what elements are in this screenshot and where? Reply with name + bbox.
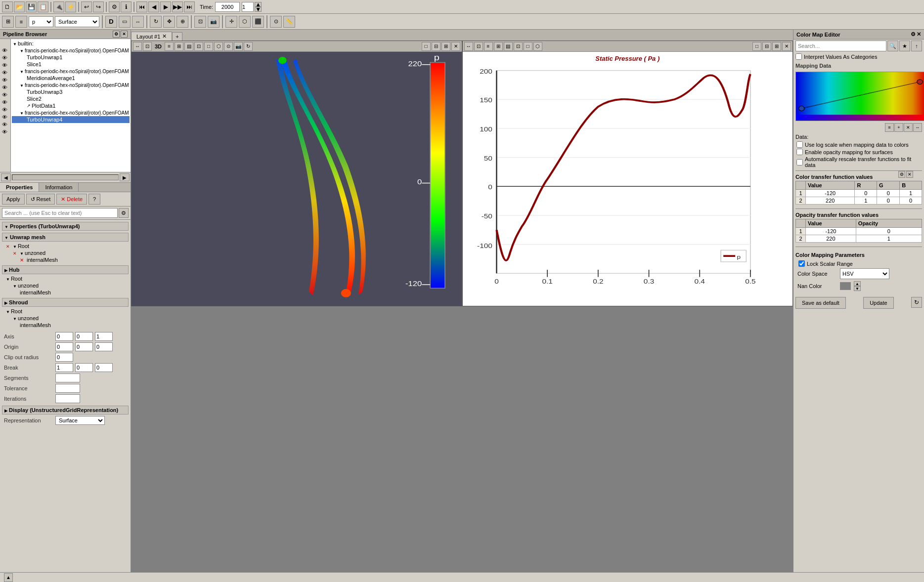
- ctt-r1-g[interactable]: 0: [877, 190, 900, 197]
- axis-z-input[interactable]: [95, 332, 113, 341]
- vp-br-b2[interactable]: ⊞: [494, 42, 503, 51]
- pan-icon[interactable]: ✥: [163, 16, 175, 28]
- undo-icon[interactable]: ↩: [81, 1, 92, 12]
- vp-bl-orient[interactable]: ↔: [133, 42, 142, 51]
- tree-slice1[interactable]: Slice1: [12, 61, 130, 68]
- vp-br-close[interactable]: ✕: [782, 42, 791, 51]
- nan-down-btn[interactable]: ▼: [854, 286, 861, 291]
- delete-button[interactable]: ✕ Delete: [56, 194, 87, 205]
- shroud-root-node[interactable]: Root: [5, 308, 129, 315]
- shroud-internalmesh-node[interactable]: internalMesh: [19, 322, 129, 329]
- break-x-input[interactable]: [55, 363, 73, 372]
- cme-search-btn[interactable]: 🔍: [887, 41, 898, 51]
- pipeline-settings-btn[interactable]: ⚙: [113, 31, 120, 38]
- save-file-icon[interactable]: 💾: [26, 1, 37, 12]
- cme-refresh-btn[interactable]: ↻: [911, 297, 922, 308]
- tab-information[interactable]: Information: [39, 183, 79, 192]
- tree-turbounwrap4[interactable]: TurboUnwrap4: [12, 116, 130, 123]
- unwrap-root-node[interactable]: Root: [5, 243, 129, 249]
- play-prev-icon[interactable]: ◀: [148, 1, 159, 12]
- vp-br-orient[interactable]: ↔: [464, 42, 473, 51]
- vp-bl-b5[interactable]: □: [204, 42, 213, 51]
- settings-icon[interactable]: ⚙: [109, 1, 120, 12]
- play-icon[interactable]: ▶: [160, 1, 171, 12]
- scroll-left-btn[interactable]: ◀: [1, 173, 11, 181]
- vp-br-b3[interactable]: ▤: [504, 42, 513, 51]
- ctt-r1-b[interactable]: 1: [900, 190, 922, 197]
- cme-search-input[interactable]: [795, 41, 886, 51]
- vis-btn-5[interactable]: 👁: [2, 77, 9, 84]
- break-y-input[interactable]: [75, 363, 93, 372]
- vis-btn-10[interactable]: 👁: [2, 114, 9, 121]
- vp-bl-split-v[interactable]: ⊞: [441, 42, 450, 51]
- tree-foam-2[interactable]: francis-periodic-hex-noSpiral{rotor}.Ope…: [12, 68, 130, 75]
- ctt-r1-value[interactable]: -120: [806, 190, 855, 197]
- layout-tab-close[interactable]: ✕: [162, 33, 167, 40]
- vis-btn-2[interactable]: 👁: [2, 55, 9, 62]
- unwrap-internalmesh-node[interactable]: ✕ internalMesh: [19, 256, 129, 263]
- ctt-r1-r[interactable]: 0: [855, 190, 877, 197]
- update-button[interactable]: Update: [863, 297, 893, 309]
- open-file-icon[interactable]: 📂: [14, 1, 25, 12]
- pipeline-scrollbar[interactable]: [12, 174, 119, 180]
- unwrap-mesh-header[interactable]: Unwrap mesh: [2, 233, 129, 242]
- time-step-down[interactable]: ▼: [255, 7, 262, 12]
- zoom-icon[interactable]: ⊕: [176, 16, 188, 28]
- vp-br-reset[interactable]: ⊡: [474, 42, 483, 51]
- auto-rescale-checkbox[interactable]: [796, 159, 803, 166]
- tree-foam-1[interactable]: francis-periodic-hex-noSpiral{rotor}.Ope…: [12, 47, 130, 54]
- center-icon[interactable]: ⊙: [270, 16, 282, 28]
- origin-y-input[interactable]: [75, 342, 93, 351]
- grad-btn-3[interactable]: ✕: [904, 123, 913, 132]
- measure-icon[interactable]: 📏: [283, 16, 295, 28]
- shroud-unzoned-node[interactable]: unzoned: [12, 315, 129, 322]
- connect-icon[interactable]: 🔌: [53, 1, 64, 12]
- unwrap-unzoned-node[interactable]: unzoned: [12, 249, 129, 256]
- representation-dropdown[interactable]: Surface Wireframe Points Volume: [55, 16, 99, 27]
- new-file-icon[interactable]: 🗋: [2, 1, 13, 12]
- cme-fav-btn[interactable]: ★: [899, 41, 910, 51]
- origin-x-input[interactable]: [55, 342, 73, 351]
- reset-button[interactable]: ↺ Reset: [26, 194, 55, 205]
- axis-y-input[interactable]: [75, 332, 93, 341]
- vp-bl-reset[interactable]: ⊡: [143, 42, 152, 51]
- clip-radius-input[interactable]: [55, 353, 73, 362]
- segments-input[interactable]: 100: [55, 374, 80, 382]
- vp-br-b5[interactable]: □: [524, 42, 532, 51]
- vis-btn-4[interactable]: 👁: [2, 70, 9, 77]
- rotate-icon[interactable]: ↻: [150, 16, 162, 28]
- vp-bl-close[interactable]: ✕: [451, 42, 460, 51]
- vp-bl-b8[interactable]: 📷: [234, 42, 243, 51]
- ctt-r2-g[interactable]: 0: [877, 197, 900, 205]
- axes-icon[interactable]: ✛: [225, 16, 237, 28]
- vis-btn-6[interactable]: 👁: [2, 84, 9, 91]
- vp-bl-content[interactable]: p 220 0 -120: [132, 52, 462, 306]
- ott-r1-opacity[interactable]: 0: [856, 228, 922, 235]
- save-default-button[interactable]: Save as default: [795, 297, 846, 309]
- layout-tab-1[interactable]: Layout #1 ✕: [131, 32, 172, 41]
- vis-btn-7[interactable]: 👁: [2, 92, 9, 99]
- camera-icon[interactable]: 📷: [208, 16, 220, 28]
- log-scale-checkbox[interactable]: [796, 141, 803, 148]
- grad-btn-1[interactable]: ≡: [885, 123, 894, 132]
- play-next-icon[interactable]: ▶▶: [172, 1, 183, 12]
- cube-icon[interactable]: ⬛: [252, 16, 264, 28]
- disconnect-icon[interactable]: ⚡: [65, 1, 76, 12]
- vp-br-maximize[interactable]: □: [752, 42, 761, 51]
- vp-br-split-h[interactable]: ⊟: [762, 42, 771, 51]
- prop-search-icon[interactable]: ⚙: [119, 208, 129, 218]
- play-last-icon[interactable]: ⏭: [184, 1, 195, 12]
- vp-br-b1[interactable]: ≡: [484, 42, 493, 51]
- grad-btn-4[interactable]: ↔: [913, 123, 922, 132]
- representation-select[interactable]: Surface Wireframe Points: [55, 416, 105, 425]
- rescale-icon[interactable]: ↔: [132, 16, 144, 28]
- gradient-editor[interactable]: [795, 72, 924, 121]
- tree-builtin[interactable]: builtin:: [12, 40, 130, 47]
- vp-bl-b6[interactable]: ⬡: [214, 42, 223, 51]
- vis-btn-8[interactable]: 👁: [2, 99, 9, 106]
- prop-search-input[interactable]: [2, 208, 118, 218]
- ott-r1-value[interactable]: -120: [806, 228, 856, 235]
- vis-btn-3[interactable]: 👁: [2, 62, 9, 69]
- vp-bl-split-h[interactable]: ⊟: [432, 42, 440, 51]
- variable-dropdown[interactable]: p: [29, 16, 53, 27]
